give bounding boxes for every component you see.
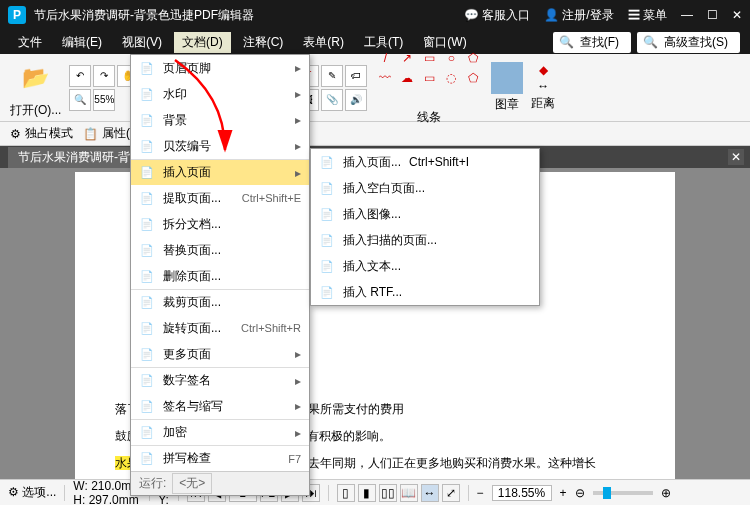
undo-icon[interactable]: ↶ [69, 65, 91, 87]
dashpoly-icon[interactable]: ⬠ [463, 69, 483, 87]
polygon-icon[interactable]: ⬠ [463, 49, 483, 67]
submenu-item[interactable]: 📄插入图像... [311, 201, 539, 227]
view-book-icon[interactable]: 📖 [400, 484, 418, 502]
dashcircle-icon[interactable]: ◌ [441, 69, 461, 87]
shortcut: Ctrl+Shift+I [409, 155, 469, 169]
menu-document[interactable]: 文档(D) [174, 32, 231, 53]
submenu-arrow-icon: ▸ [295, 113, 301, 127]
distance-icon[interactable]: ↔ [537, 79, 549, 93]
independent-mode[interactable]: ⚙ 独占模式 [10, 125, 73, 142]
toolbar: 📂 打开(O)... ↶↷✋▭ 🔍55%📷 ↺↻T✎ ⟲⟳编辑准备 TT✎🏷 🔗… [0, 54, 750, 122]
window-title: 节后水果消费调研-背景色迅捷PDF编辑器 [34, 7, 464, 24]
zoom-value[interactable]: 55% [93, 89, 115, 111]
menu-item[interactable]: 📄签名与缩写▸ [131, 393, 309, 419]
highlight-icon[interactable]: ✎ [321, 65, 343, 87]
login-link[interactable]: 👤 注册/登录 [544, 7, 614, 24]
doc-icon: 📄 [139, 60, 155, 76]
stamp-button[interactable] [491, 62, 523, 94]
support-link[interactable]: 💬 客服入口 [464, 7, 530, 24]
lines-label: 线条 [417, 109, 441, 126]
circle-icon[interactable]: ○ [441, 49, 461, 67]
view-facing-icon[interactable]: ▯▯ [379, 484, 397, 502]
menu-comment[interactable]: 注释(C) [235, 32, 292, 53]
menu-file[interactable]: 文件 [10, 32, 50, 53]
polyline-icon[interactable]: 〰 [375, 69, 395, 87]
menu-item[interactable]: 📄页眉页脚▸ [131, 55, 309, 81]
zoom-in-icon[interactable]: + [560, 486, 567, 500]
attach-icon[interactable]: 📎 [321, 89, 343, 111]
doc-icon: 📄 [139, 216, 155, 232]
menu-item[interactable]: 📄贝茨编号▸ [131, 133, 309, 159]
menu-item[interactable]: 📄更多页面▸ [131, 341, 309, 367]
doc-icon: 📄 [139, 165, 155, 181]
submenu-arrow-icon: ▸ [295, 139, 301, 153]
menu-item-label: 背景 [163, 112, 287, 129]
menu-item[interactable]: 📄水印▸ [131, 81, 309, 107]
menu-item[interactable]: 📄拼写检查F7 [131, 445, 309, 471]
submenu-item-label: 插入页面... [343, 154, 401, 171]
menu-item-label: 更多页面 [163, 346, 287, 363]
menu-item-label: 删除页面... [163, 268, 301, 285]
title-bar: P 节后水果消费调研-背景色迅捷PDF编辑器 💬 客服入口 👤 注册/登录 ☰ … [0, 0, 750, 30]
menu-view[interactable]: 视图(V) [114, 32, 170, 53]
submenu-item[interactable]: 📄插入 RTF... [311, 279, 539, 305]
dashrect-icon[interactable]: ▭ [419, 69, 439, 87]
sound-icon[interactable]: 🔊 [345, 89, 367, 111]
zoom-plus-icon[interactable]: ⊕ [661, 486, 671, 500]
menu-item[interactable]: 📄拆分文档... [131, 211, 309, 237]
zoom-slider[interactable] [593, 491, 653, 495]
menu-form[interactable]: 表单(R) [295, 32, 352, 53]
cloud-icon[interactable]: ☁ [397, 69, 417, 87]
submenu-item[interactable]: 📄插入文本... [311, 253, 539, 279]
menu-item-label: 数字签名 [163, 372, 287, 389]
fit-width-icon[interactable]: ↔ [421, 484, 439, 502]
advanced-find-button[interactable]: 🔍高级查找(S) [637, 32, 740, 53]
submenu-arrow-icon: ▸ [295, 166, 301, 180]
submenu-item[interactable]: 📄插入空白页面... [311, 175, 539, 201]
shortcut: F7 [288, 453, 301, 465]
arrow-icon[interactable]: ↗ [397, 49, 417, 67]
find-button[interactable]: 🔍查找(F) [553, 32, 631, 53]
close-button[interactable]: ✕ [732, 8, 742, 22]
menu-item[interactable]: 📄替换页面... [131, 237, 309, 263]
zoom-out-icon[interactable]: − [477, 486, 484, 500]
submenu-item-label: 插入 RTF... [343, 284, 402, 301]
eraser-icon[interactable]: ◆ [539, 63, 548, 77]
zoom-minus-icon[interactable]: ⊖ [575, 486, 585, 500]
menu-item[interactable]: 📄删除页面... [131, 263, 309, 289]
menu-item[interactable]: 📄数字签名▸ [131, 367, 309, 393]
run-row[interactable]: 运行: <无> [131, 471, 309, 495]
menu-item[interactable]: 📄背景▸ [131, 107, 309, 133]
options-button[interactable]: ⚙ 选项... [8, 484, 56, 501]
menu-edit[interactable]: 编辑(E) [54, 32, 110, 53]
line-icon[interactable]: / [375, 49, 395, 67]
doc-icon: 📄 [139, 242, 155, 258]
view-cont-icon[interactable]: ▮ [358, 484, 376, 502]
main-menu-link[interactable]: ☰ 菜单 [628, 7, 667, 24]
submenu-item-label: 插入扫描的页面... [343, 232, 437, 249]
submenu-item[interactable]: 📄插入扫描的页面... [311, 227, 539, 253]
insert-icon: 📄 [319, 154, 335, 170]
submenu-item[interactable]: 📄插入页面...Ctrl+Shift+I [311, 149, 539, 175]
zoomin-icon[interactable]: 🔍 [69, 89, 91, 111]
redo-icon[interactable]: ↷ [93, 65, 115, 87]
fit-page-icon[interactable]: ⤢ [442, 484, 460, 502]
shortcut: Ctrl+Shift+R [241, 322, 301, 334]
submenu-arrow-icon: ▸ [295, 347, 301, 361]
doc-icon: 📄 [139, 138, 155, 154]
menu-item[interactable]: 📄旋转页面...Ctrl+Shift+R [131, 315, 309, 341]
zoom-input[interactable] [492, 485, 552, 501]
minimize-button[interactable]: — [681, 8, 693, 22]
open-button[interactable]: 📂 [14, 56, 58, 100]
menu-item[interactable]: 📄提取页面...Ctrl+Shift+E [131, 185, 309, 211]
submenu-arrow-icon: ▸ [295, 87, 301, 101]
rect-icon[interactable]: ▭ [419, 49, 439, 67]
doc-icon: 📄 [139, 86, 155, 102]
view-single-icon[interactable]: ▯ [337, 484, 355, 502]
menu-item[interactable]: 📄裁剪页面... [131, 289, 309, 315]
stamp-icon[interactable]: 🏷 [345, 65, 367, 87]
menu-item[interactable]: 📄插入页面▸ [131, 159, 309, 185]
tab-close-icon[interactable]: ✕ [728, 149, 744, 165]
maximize-button[interactable]: ☐ [707, 8, 718, 22]
menu-item[interactable]: 📄加密▸ [131, 419, 309, 445]
